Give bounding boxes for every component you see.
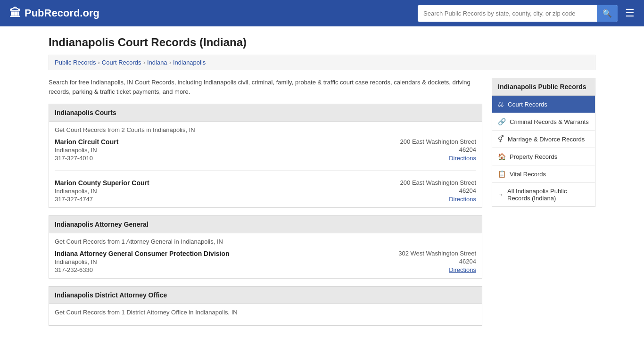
sidebar-label-vital-records: Vital Records xyxy=(510,171,546,178)
court-phone-1: 317-327-4010 xyxy=(55,155,118,162)
court-left-2: Marion County Superior Court Indianapoli… xyxy=(55,179,149,203)
section-district-attorney: Indianapolis District Attorney Office Ge… xyxy=(49,286,482,326)
menu-icon[interactable]: ☰ xyxy=(625,7,635,19)
vital-records-icon: 📋 xyxy=(498,170,506,178)
sidebar-item-marriage-divorce[interactable]: ⚥ Marriage & Divorce Records xyxy=(492,131,595,148)
page-title: Indianapolis Court Records (Indiana) xyxy=(49,36,595,49)
sidebar-item-court-records[interactable]: ⚖ Court Records xyxy=(492,96,595,113)
site-logo[interactable]: 🏛 PubRecord.org xyxy=(9,7,99,20)
breadcrumb-sep-3: › xyxy=(169,59,171,66)
directions-link-2[interactable]: Directions xyxy=(449,196,476,203)
court-left-1: Marion Circuit Court Indianapolis, IN 31… xyxy=(55,138,118,162)
court-right-2: 200 East Washington Street 46204 Directi… xyxy=(382,179,476,203)
court-city-2: Indianapolis, IN xyxy=(55,188,149,195)
court-right-1: 200 East Washington Street 46204 Directi… xyxy=(382,138,476,162)
sidebar-list: ⚖ Court Records 🔗 Criminal Records & War… xyxy=(492,96,595,207)
court-name-2: Marion County Superior Court xyxy=(55,179,149,187)
court-address-3: 302 West Washington Street xyxy=(382,250,476,257)
court-zip-3: 46204 xyxy=(382,258,476,265)
breadcrumb-indianapolis[interactable]: Indianapolis xyxy=(173,59,206,66)
section-body-courts: Get Court Records from 2 Courts in India… xyxy=(49,122,482,208)
all-records-icon: → xyxy=(498,191,504,198)
sidebar-label-court-records: Court Records xyxy=(508,101,547,108)
sidebar-label-property-records: Property Records xyxy=(510,153,557,160)
court-zip-2: 46204 xyxy=(382,187,476,194)
sidebar: Indianapolis Public Records ⚖ Court Reco… xyxy=(492,78,595,333)
marriage-divorce-icon: ⚥ xyxy=(498,135,504,143)
breadcrumb-court-records[interactable]: Court Records xyxy=(102,59,141,66)
court-left-3: Indiana Attorney General Consumer Protec… xyxy=(55,250,230,273)
sidebar-label-marriage-divorce: Marriage & Divorce Records xyxy=(508,136,585,143)
sidebar-title: Indianapolis Public Records xyxy=(492,78,595,96)
table-row: Marion Circuit Court Indianapolis, IN 31… xyxy=(55,138,476,171)
section-body-da: Get Court Records from 1 District Attorn… xyxy=(49,304,482,326)
main-content: Search for free Indianapolis, IN Court R… xyxy=(49,78,482,333)
sidebar-item-all-records[interactable]: → All Indianapolis Public Records (India… xyxy=(492,183,595,206)
court-name-1: Marion Circuit Court xyxy=(55,138,118,146)
court-phone-2: 317-327-4747 xyxy=(55,196,149,203)
table-row: Indiana Attorney General Consumer Protec… xyxy=(55,250,476,273)
section-body-ag: Get Court Records from 1 Attorney Genera… xyxy=(49,233,482,279)
court-phone-3: 317-232-6330 xyxy=(55,266,230,273)
logo-text: PubRecord.org xyxy=(25,7,99,19)
court-right-3: 302 West Washington Street 46204 Directi… xyxy=(382,250,476,273)
search-bar: 🔍 xyxy=(418,5,618,22)
intro-text: Search for free Indianapolis, IN Court R… xyxy=(49,78,482,96)
sidebar-label-criminal-records: Criminal Records & Warrants xyxy=(510,118,589,125)
header-right: 🔍 ☰ xyxy=(418,5,635,22)
section-header-da: Indianapolis District Attorney Office xyxy=(49,286,482,304)
court-city-1: Indianapolis, IN xyxy=(55,147,118,154)
breadcrumb-sep-2: › xyxy=(143,59,145,66)
sidebar-item-vital-records[interactable]: 📋 Vital Records xyxy=(492,165,595,183)
property-records-icon: 🏠 xyxy=(498,153,506,160)
section-header-ag: Indianapolis Attorney General xyxy=(49,215,482,233)
court-address-1: 200 East Washington Street xyxy=(382,138,476,145)
court-address-2: 200 East Washington Street xyxy=(382,179,476,186)
breadcrumb-indiana[interactable]: Indiana xyxy=(147,59,167,66)
logo-icon: 🏛 xyxy=(9,7,21,20)
content-layout: Search for free Indianapolis, IN Court R… xyxy=(49,78,595,333)
section-indianapolis-courts: Indianapolis Courts Get Court Records fr… xyxy=(49,104,482,208)
search-button[interactable]: 🔍 xyxy=(597,5,618,22)
table-row: Marion County Superior Court Indianapoli… xyxy=(55,179,476,203)
sidebar-item-criminal-records[interactable]: 🔗 Criminal Records & Warrants xyxy=(492,113,595,131)
section-desc-da: Get Court Records from 1 District Attorn… xyxy=(55,309,476,316)
section-header-courts: Indianapolis Courts xyxy=(49,104,482,122)
breadcrumb-sep-1: › xyxy=(98,59,99,66)
directions-link-3[interactable]: Directions xyxy=(449,266,476,273)
section-desc-courts: Get Court Records from 2 Courts in India… xyxy=(55,126,476,133)
court-records-icon: ⚖ xyxy=(498,100,504,108)
breadcrumb: Public Records › Court Records › Indiana… xyxy=(49,55,595,70)
directions-link-1[interactable]: Directions xyxy=(449,155,476,162)
site-header: 🏛 PubRecord.org 🔍 ☰ xyxy=(0,0,644,26)
sidebar-label-all-records: All Indianapolis Public Records (Indiana… xyxy=(507,188,589,202)
main-wrapper: Indianapolis Court Records (Indiana) Pub… xyxy=(39,26,605,343)
court-city-3: Indianapolis, IN xyxy=(55,258,230,265)
section-attorney-general: Indianapolis Attorney General Get Court … xyxy=(49,215,482,279)
sidebar-item-property-records[interactable]: 🏠 Property Records xyxy=(492,148,595,165)
search-input[interactable] xyxy=(418,6,597,21)
criminal-records-icon: 🔗 xyxy=(498,118,506,125)
court-zip-1: 46204 xyxy=(382,146,476,153)
court-name-3: Indiana Attorney General Consumer Protec… xyxy=(55,250,230,257)
section-desc-ag: Get Court Records from 1 Attorney Genera… xyxy=(55,238,476,245)
breadcrumb-public-records[interactable]: Public Records xyxy=(55,59,96,66)
